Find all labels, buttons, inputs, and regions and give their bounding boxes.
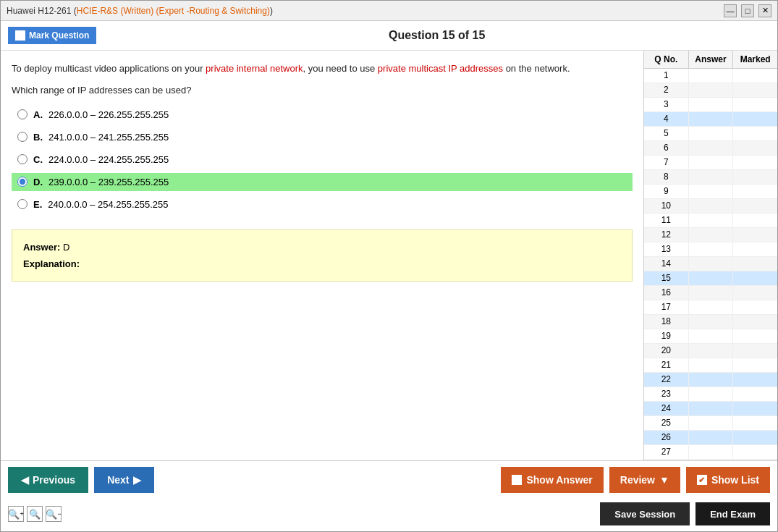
option-a-radio[interactable] [17,109,28,119]
sidebar-row-20[interactable]: 20 [644,344,777,358]
title-brand: Huawei H12-261 ( [7,6,77,16]
sidebar-cell-marked [733,242,777,256]
bottom-bar: ◀ Previous Next ▶ Show Answer Review ▼ ✔… [1,460,777,499]
sidebar-cell-answer [689,373,734,387]
sidebar-cell-answer [689,344,734,358]
option-c-radio[interactable] [17,154,28,164]
session-controls: Save Session End Exam [600,502,770,525]
main-content: To deploy multicast video applications o… [1,51,777,460]
q-text-part1: To deploy multicast video applications o… [12,63,206,74]
sidebar-row-8[interactable]: 8 [644,170,777,185]
sidebar-header: Q No. Answer Marked [644,51,777,69]
sidebar-cell-num: 15 [644,271,689,285]
option-e-radio[interactable] [17,199,28,209]
sidebar-cell-marked [733,387,777,401]
option-b[interactable]: B. 241.0.0.0 – 241.255.255.255 [12,128,633,146]
sidebar-cell-num: 13 [644,242,689,256]
sidebar-row-25[interactable]: 25 [644,416,777,431]
sidebar-cell-marked [733,286,777,300]
option-b-radio[interactable] [17,132,28,142]
maximize-button[interactable]: □ [741,4,754,17]
sidebar-cell-num: 20 [644,344,689,358]
close-button[interactable]: ✕ [758,4,771,17]
sidebar-cell-answer [689,242,734,256]
option-e-value: 240.0.0.0 – 254.255.255.255 [48,199,168,210]
option-c[interactable]: C. 224.0.0.0 – 224.255.255.255 [12,151,633,169]
option-a[interactable]: A. 226.0.0.0 – 226.255.255.255 [12,106,633,124]
sidebar-row-3[interactable]: 3 [644,98,777,112]
sidebar-cell-answer [689,271,734,285]
sidebar-row-23[interactable]: 23 [644,387,777,402]
sidebar-cell-answer [689,214,734,227]
sidebar-row-27[interactable]: 27 [644,445,777,460]
sidebar-row-7[interactable]: 7 [644,156,777,170]
zoom-reset-button[interactable]: 🔍 [27,506,43,522]
sidebar-row-19[interactable]: 19 [644,329,777,344]
sidebar-row-16[interactable]: 16 [644,286,777,300]
sidebar-row-14[interactable]: 14 [644,257,777,271]
question-title: Question 15 of 15 [103,29,770,42]
sidebar-cell-marked [733,402,777,415]
q-highlight2: private multicast IP addresses [378,63,503,74]
sidebar-row-15[interactable]: 15 [644,271,777,286]
window-title: Huawei H12-261 (HCIE-R&S (Written) (Expe… [7,6,273,16]
minimize-button[interactable]: — [724,4,737,17]
sidebar-row-1[interactable]: 1 [644,69,777,83]
mark-check-icon: ✔ [15,30,25,41]
sidebar-cell-answer [689,156,734,169]
sidebar-row-11[interactable]: 11 [644,214,777,228]
next-label: Next [107,474,129,486]
sidebar-row-12[interactable]: 12 [644,228,777,242]
option-d[interactable]: D. 239.0.0.0 – 239.255.255.255 [12,173,633,191]
review-button[interactable]: Review ▼ [609,467,680,493]
review-label: Review [620,474,655,486]
mark-question-button[interactable]: ✔ Mark Question [8,27,96,44]
sidebar-row-22[interactable]: 22 [644,373,777,387]
sidebar-row-18[interactable]: 18 [644,315,777,329]
option-e[interactable]: E. 240.0.0.0 – 254.255.255.255 [12,195,633,214]
sidebar-row-26[interactable]: 26 [644,431,777,445]
sidebar-row-17[interactable]: 17 [644,300,777,315]
zoom-out-button[interactable]: 🔍− [46,506,62,522]
sidebar-cell-answer [689,69,734,83]
sidebar-row-2[interactable]: 2 [644,83,777,98]
zoom-in-button[interactable]: 🔍+ [8,506,24,522]
sidebar-cell-answer [689,83,734,97]
sidebar-cell-marked [733,416,777,430]
sidebar-cell-answer [689,416,734,430]
sidebar-cell-marked [733,170,777,184]
save-session-button[interactable]: Save Session [600,502,690,525]
title-suffix: ) [270,6,273,16]
sub-question-text: Which range of IP addresses can be used? [12,85,191,96]
previous-button[interactable]: ◀ Previous [8,467,88,493]
sidebar-cell-num: 16 [644,286,689,300]
sidebar-rows: 1 2 3 4 5 6 7 8 [644,69,777,460]
col-answer: Answer [689,51,734,68]
sidebar-row-10[interactable]: 10 [644,199,777,214]
sidebar-cell-answer [689,98,734,111]
sidebar-row-9[interactable]: 9 [644,185,777,199]
end-exam-button[interactable]: End Exam [695,502,770,525]
sidebar-row-4[interactable]: 4 [644,112,777,127]
sidebar-cell-num: 22 [644,373,689,387]
sidebar-cell-answer [689,257,734,271]
sidebar-cell-marked [733,127,777,140]
sidebar-cell-marked [733,344,777,358]
sidebar-cell-num: 24 [644,402,689,415]
next-button[interactable]: Next ▶ [94,467,153,493]
sidebar-row-6[interactable]: 6 [644,141,777,156]
sidebar-row-21[interactable]: 21 [644,358,777,373]
show-answer-button[interactable]: Show Answer [501,467,603,493]
sidebar-row-13[interactable]: 13 [644,242,777,257]
sidebar-cell-marked [733,98,777,111]
sidebar-row-5[interactable]: 5 [644,127,777,141]
sidebar-cell-answer [689,127,734,140]
sidebar-row-24[interactable]: 24 [644,402,777,416]
show-list-button[interactable]: ✔ Show List [686,467,770,493]
option-c-label: C. [33,154,43,165]
toolbar: ✔ Mark Question Question 15 of 15 [1,21,777,51]
sidebar-cell-answer [689,185,734,198]
sidebar-cell-num: 1 [644,69,689,83]
sidebar-cell-num: 2 [644,83,689,97]
option-d-radio[interactable] [17,177,28,187]
